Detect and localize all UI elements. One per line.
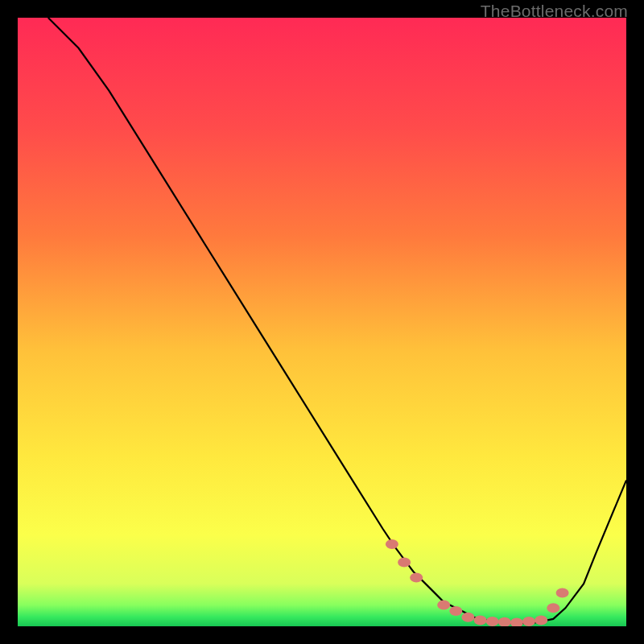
highlight-dot xyxy=(474,615,487,625)
plot-area xyxy=(18,18,626,626)
highlight-dot xyxy=(461,613,474,622)
highlight-dot xyxy=(498,617,511,626)
watermark-label: TheBottleneck.com xyxy=(481,2,628,21)
bottleneck-curve xyxy=(48,18,626,623)
highlight-dot xyxy=(535,615,547,625)
highlight-dot xyxy=(437,601,450,610)
highlight-dot xyxy=(522,617,535,626)
highlight-dot xyxy=(556,588,569,597)
highlight-dot xyxy=(449,606,462,616)
highlight-dot xyxy=(398,558,411,568)
highlight-dot xyxy=(547,603,559,613)
highlight-dots xyxy=(386,539,569,626)
chart-root: TheBottleneck.com xyxy=(0,0,644,644)
highlight-dot xyxy=(510,618,523,627)
curve-layer xyxy=(18,18,626,626)
highlight-dot xyxy=(386,539,398,549)
highlight-dot xyxy=(410,573,423,583)
highlight-dot xyxy=(486,617,499,626)
